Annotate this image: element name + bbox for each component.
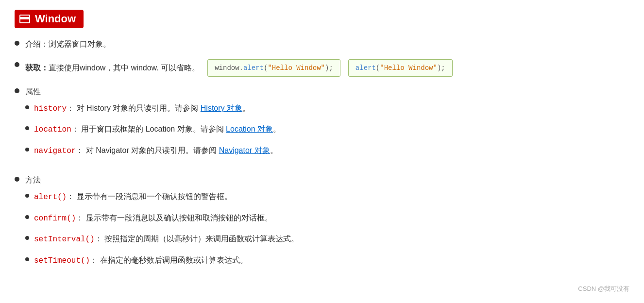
list-item-properties: 属性 history： 对 History 对象的只读引用。请参阅 Histor… (15, 85, 629, 165)
properties-sub-list: history： 对 History 对象的只读引用。请参阅 History 对… (25, 102, 281, 158)
history-text: history： 对 History 对象的只读引用。请参阅 History 对… (34, 102, 250, 116)
main-list: 介绍：浏览器窗口对象。 获取：直接使用window，其中 window. 可以省… (15, 38, 629, 275)
list-item-intro: 介绍：浏览器窗口对象。 (15, 38, 629, 50)
alert-text: alert()： 显示带有一段消息和一个确认按钮的警告框。 (34, 190, 232, 204)
intro-text: 介绍：浏览器窗口对象。 (25, 38, 111, 50)
window-icon (19, 15, 30, 23)
watermark-text: CSDN @我可没有 (578, 285, 629, 292)
list-item-alert: alert()： 显示带有一段消息和一个确认按钮的警告框。 (25, 190, 299, 204)
navigator-text: navigator： 对 Navigator 对象的只读引用。请参阅 Navig… (34, 144, 278, 158)
bullet-methods (15, 177, 19, 182)
list-item-settimeout: setTimeout()： 在指定的毫秒数后调用函数或计算表达式。 (25, 254, 299, 268)
methods-label: 方法 (25, 176, 41, 184)
bullet-confirm (25, 215, 29, 219)
bullet-settimeout (25, 257, 29, 261)
bullet-intro (15, 41, 19, 46)
list-item-confirm: confirm()： 显示带有一段消息以及确认按钮和取消按钮的对话框。 (25, 212, 299, 225)
confirm-text: confirm()： 显示带有一段消息以及确认按钮和取消按钮的对话框。 (34, 212, 272, 225)
bullet-history (25, 105, 29, 109)
properties-content: 属性 history： 对 History 对象的只读引用。请参阅 Histor… (25, 85, 281, 165)
list-item-navigator: navigator： 对 Navigator 对象的只读引用。请参阅 Navig… (25, 144, 281, 158)
methods-content: 方法 alert()： 显示带有一段消息和一个确认按钮的警告框。 confirm… (25, 174, 299, 275)
list-item-access: 获取：直接使用window，其中 window. 可以省略。 window.al… (15, 59, 629, 77)
location-text: location： 用于窗口或框架的 Location 对象。请参阅 Locat… (34, 123, 281, 136)
header-title: Window (35, 13, 76, 25)
properties-label: 属性 (25, 87, 41, 96)
methods-sub-list: alert()： 显示带有一段消息和一个确认按钮的警告框。 confirm()：… (25, 190, 299, 267)
access-content: 获取：直接使用window，其中 window. 可以省略。 window.al… (25, 59, 453, 77)
access-label: 获取：直接使用window，其中 window. 可以省略。 (25, 62, 200, 74)
list-item-location: location： 用于窗口或框架的 Location 对象。请参阅 Locat… (25, 123, 281, 136)
bullet-navigator (25, 148, 29, 152)
list-item-methods: 方法 alert()： 显示带有一段消息和一个确认按钮的警告框。 confirm… (15, 174, 629, 275)
bullet-setinterval (25, 236, 29, 240)
bullet-access (15, 62, 19, 67)
setinterval-text: setInterval()： 按照指定的周期（以毫秒计）来调用函数或计算表达式。 (34, 233, 299, 246)
bullet-location (25, 126, 29, 130)
footer-watermark: CSDN @我可没有 (578, 285, 629, 293)
header-badge: Window (15, 10, 84, 28)
list-item-history: history： 对 History 对象的只读引用。请参阅 History 对… (25, 102, 281, 116)
code-box-1: window.alert("Hello Window"); (207, 59, 340, 77)
navigator-link[interactable]: Navigator 对象 (219, 146, 270, 154)
history-link[interactable]: History 对象 (201, 104, 242, 112)
bullet-alert (25, 194, 29, 198)
settimeout-text: setTimeout()： 在指定的毫秒数后调用函数或计算表达式。 (34, 254, 248, 268)
bullet-properties (15, 88, 19, 93)
code-box-2: alert("Hello Window"); (348, 59, 453, 77)
location-link[interactable]: Location 对象 (226, 125, 273, 133)
list-item-setinterval: setInterval()： 按照指定的周期（以毫秒计）来调用函数或计算表达式。 (25, 233, 299, 246)
